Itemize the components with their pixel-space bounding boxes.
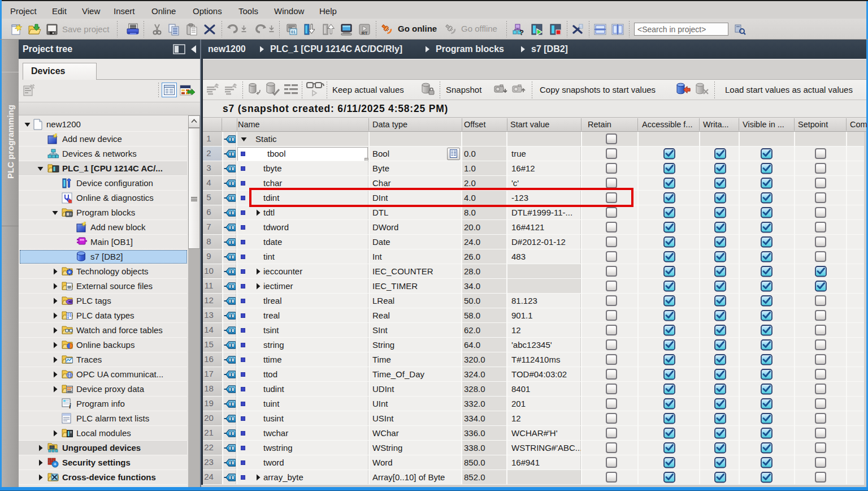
svg-text:i: i xyxy=(69,402,71,409)
svg-text:RT: RT xyxy=(362,31,368,36)
svg-text:?: ? xyxy=(519,28,524,36)
svg-text:01: 01 xyxy=(68,286,71,288)
svg-text:01: 01 xyxy=(291,30,296,34)
